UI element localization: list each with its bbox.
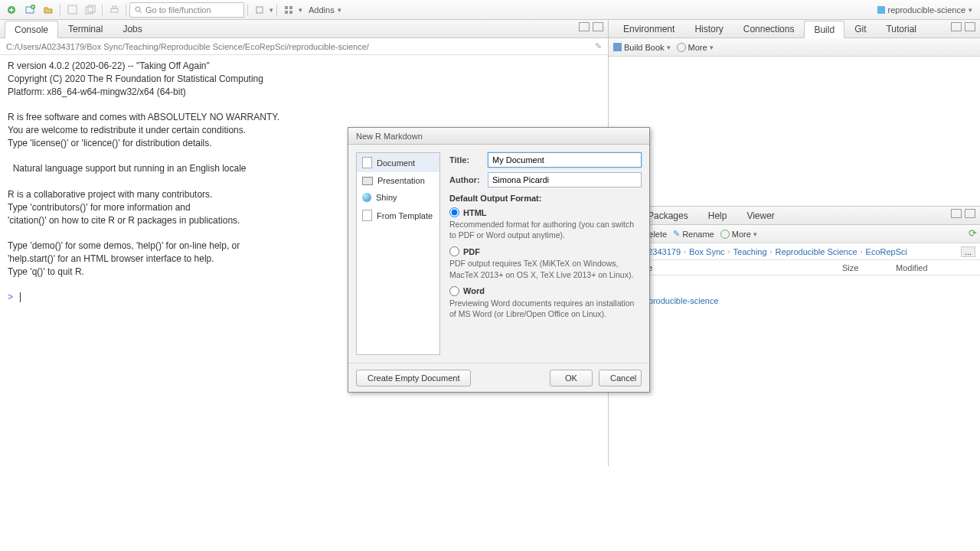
col-modified[interactable]: Modified (896, 263, 980, 272)
svg-rect-5 (88, 5, 95, 12)
type-template[interactable]: From Template (357, 206, 439, 225)
svg-rect-6 (111, 8, 118, 12)
maximize-files-icon[interactable] (965, 209, 975, 218)
tab-history[interactable]: History (684, 20, 733, 37)
console-path: C:/Users/A02343179/Box Sync/Teaching/Rep… (0, 38, 608, 55)
type-presentation[interactable]: Presentation (357, 172, 439, 189)
title-label: Title: (449, 155, 488, 165)
tab-build[interactable]: Build (804, 21, 844, 38)
project-icon (877, 6, 885, 14)
files-toolbar: lder ✖Delete ✎Rename More▾ ⟳ (609, 225, 980, 243)
save-icon[interactable] (64, 2, 80, 18)
tab-console[interactable]: Console (5, 21, 58, 38)
file-row-up[interactable]: ↑.. (609, 276, 980, 292)
minimize-pane-icon[interactable] (579, 22, 590, 31)
tab-connections[interactable]: Connections (733, 20, 805, 37)
pdf-desc: PDF output requires TeX (MiKTeX on Windo… (449, 258, 642, 279)
svg-rect-14 (289, 11, 292, 14)
clear-console-icon[interactable]: ✎ (595, 41, 602, 51)
build-book-button[interactable]: Build Book▾ (613, 43, 671, 52)
refresh-icon[interactable]: ⟳ (969, 227, 977, 239)
svg-rect-3 (68, 5, 77, 14)
env-tabbar: Environment History Connections Build Gi… (609, 20, 980, 38)
svg-rect-12 (289, 6, 292, 9)
build-more-button[interactable]: More▾ (677, 43, 714, 52)
svg-rect-4 (86, 7, 93, 14)
author-label: Author: (449, 175, 488, 184)
new-rmarkdown-dialog: New R Markdown Document Presentation Shi… (348, 127, 650, 393)
document-icon (362, 157, 372, 168)
gear-icon (677, 43, 686, 52)
maximize-pane-icon[interactable] (593, 22, 603, 31)
addins-menu[interactable]: Addins▾ (304, 5, 346, 15)
svg-rect-7 (113, 6, 116, 8)
template-icon (362, 210, 372, 221)
type-shiny[interactable]: Shiny (357, 189, 439, 206)
gear-icon (720, 230, 730, 239)
files-tabbar: ots Packages Help Viewer (609, 207, 980, 225)
crumb-3[interactable]: Teaching (733, 247, 767, 256)
type-document[interactable]: Document (357, 153, 439, 172)
tab-viewer[interactable]: Viewer (737, 207, 784, 224)
tab-terminal[interactable]: Terminal (58, 20, 113, 37)
title-input[interactable] (488, 152, 642, 168)
doc-type-list: Document Presentation Shiny From Templat… (356, 152, 440, 355)
crumb-2[interactable]: Box Sync (689, 247, 724, 256)
grid-icon[interactable] (280, 2, 297, 18)
word-desc: Previewing Word documents requires an in… (449, 298, 642, 319)
files-breadcrumb: sers› A02343179› Box Sync› Teaching› Rep… (609, 243, 980, 260)
save-all-icon[interactable] (82, 2, 99, 18)
goto-file-input[interactable]: Go to file/function (129, 2, 244, 18)
rename-icon: ✎ (673, 229, 680, 239)
crumb-4[interactable]: Reproducible Science (776, 247, 858, 256)
svg-rect-10 (256, 7, 263, 13)
col-name[interactable]: Name (627, 263, 842, 272)
files-more-button[interactable]: More▾ (720, 230, 757, 239)
ok-button[interactable]: OK (550, 370, 593, 386)
radio-pdf[interactable]: PDF (449, 246, 642, 256)
presentation-icon (362, 177, 373, 185)
tab-environment[interactable]: Environment (613, 20, 684, 37)
author-input[interactable] (488, 172, 642, 187)
rename-button[interactable]: ✎Rename (673, 229, 714, 239)
file-row[interactable]: reproducible-science (609, 292, 980, 309)
svg-line-9 (139, 11, 142, 13)
radio-html[interactable]: HTML (449, 207, 642, 217)
project-menu[interactable]: reproducible-science ▾ (873, 5, 978, 15)
print-icon[interactable] (106, 2, 122, 18)
tab-tutorial[interactable]: Tutorial (876, 20, 926, 37)
crumb-5[interactable]: EcoRepSci (866, 247, 907, 256)
create-empty-button[interactable]: Create Empty Document (356, 370, 471, 386)
maximize-env-icon[interactable] (965, 22, 975, 31)
tab-help[interactable]: Help (698, 207, 737, 224)
new-project-icon[interactable] (21, 2, 38, 18)
svg-rect-11 (285, 6, 288, 9)
output-format-header: Default Output Format: (449, 194, 642, 203)
dialog-title: New R Markdown (348, 128, 649, 145)
console-tabbar: Console Terminal Jobs (0, 20, 608, 38)
breadcrumb-more[interactable]: ... (961, 246, 975, 257)
svg-rect-13 (285, 11, 288, 14)
cancel-button[interactable]: Cancel (599, 370, 642, 386)
build-toolbar: Build Book▾ More▾ (609, 38, 980, 57)
html-desc: Recommended format for authoring (you ca… (449, 219, 642, 240)
shiny-icon (362, 193, 371, 202)
new-file-icon[interactable] (3, 2, 20, 18)
minimize-files-icon[interactable] (951, 209, 962, 218)
files-header: Name Size Modified (609, 260, 980, 276)
tools-icon[interactable] (251, 2, 268, 18)
open-file-icon[interactable] (40, 2, 57, 18)
col-size[interactable]: Size (842, 263, 896, 272)
main-toolbar: Go to file/function ▾ ▾ Addins▾ reproduc… (0, 0, 980, 20)
radio-word[interactable]: Word (449, 286, 642, 296)
book-icon (613, 43, 622, 51)
search-icon (135, 6, 142, 14)
tab-git[interactable]: Git (844, 20, 876, 37)
minimize-env-icon[interactable] (951, 22, 962, 31)
tab-jobs[interactable]: Jobs (113, 20, 152, 37)
